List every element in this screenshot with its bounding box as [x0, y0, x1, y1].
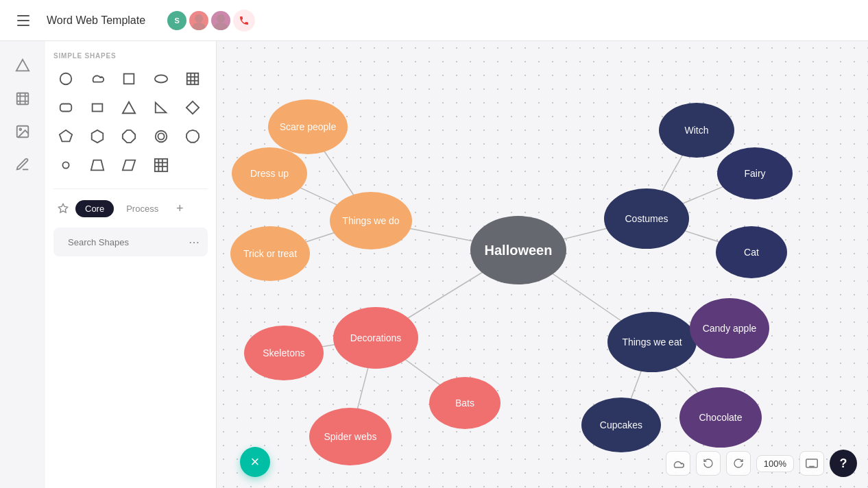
node-witch[interactable]: Witch [659, 103, 734, 158]
shape-grid[interactable] [149, 153, 173, 178]
menu-button[interactable] [11, 8, 36, 33]
call-button[interactable] [233, 10, 255, 32]
node-decorations[interactable]: Decorations [333, 307, 418, 369]
node-chocolate[interactable]: Chocolate [679, 387, 762, 448]
svg-point-29 [158, 133, 164, 139]
node-bats[interactable]: Bats [429, 377, 501, 429]
panel-section-label: SIMPLE SHAPES [53, 52, 208, 60]
fab-button[interactable]: × [240, 447, 270, 477]
avatar-1[interactable] [189, 11, 208, 30]
shape-octagon[interactable] [117, 124, 141, 149]
search-input[interactable] [68, 237, 183, 247]
node-things-we-do[interactable]: Things we do [330, 192, 412, 249]
svg-marker-30 [186, 130, 199, 143]
svg-rect-20 [60, 104, 72, 112]
shape-ellipse[interactable] [149, 66, 173, 91]
svg-rect-34 [154, 159, 167, 171]
node-spider[interactable]: Spider webs [309, 408, 391, 465]
svg-point-1 [192, 23, 206, 30]
cloud-sync-button[interactable] [666, 451, 690, 476]
shape-decagon[interactable] [180, 124, 205, 149]
zoom-level[interactable]: 100% [756, 455, 794, 472]
node-scare[interactable]: Scare people [268, 99, 348, 154]
header: Word Web Template S [0, 0, 868, 41]
node-trick[interactable]: Trick or treat [230, 226, 310, 281]
sidebar-icon-draw[interactable] [9, 151, 36, 178]
svg-marker-24 [186, 101, 199, 114]
svg-point-28 [155, 131, 167, 143]
node-costumes[interactable]: Costumes [604, 188, 689, 249]
svg-marker-26 [92, 130, 104, 143]
undo-button[interactable] [696, 451, 721, 476]
shape-diamond[interactable] [180, 95, 205, 120]
shapes-grid [53, 66, 208, 178]
svg-marker-33 [123, 160, 135, 171]
tab-core[interactable]: Core [75, 200, 114, 217]
svg-point-11 [19, 128, 21, 130]
svg-point-2 [217, 14, 225, 23]
help-button[interactable]: ? [830, 450, 857, 477]
tab-icon[interactable] [53, 199, 73, 218]
sidebar-icon-shapes[interactable] [9, 52, 36, 80]
shape-circle[interactable] [53, 66, 78, 91]
svg-point-0 [195, 14, 203, 23]
sidebar-icon-image[interactable] [9, 118, 36, 145]
node-candy[interactable]: Candy apple [690, 298, 769, 358]
svg-marker-22 [123, 102, 135, 114]
tab-process[interactable]: Process [117, 200, 168, 217]
svg-marker-39 [58, 204, 67, 212]
search-bar: ⋯ [53, 228, 208, 256]
shape-tabs: Core Process + [53, 188, 208, 218]
shape-circle-outline[interactable] [149, 124, 173, 149]
shape-cloud[interactable] [85, 66, 110, 91]
left-sidebar [0, 41, 45, 488]
node-dress[interactable]: Dress up [232, 147, 307, 199]
svg-point-3 [214, 23, 228, 30]
svg-rect-21 [93, 104, 103, 112]
tab-add-button[interactable]: + [171, 199, 189, 217]
svg-marker-32 [91, 160, 104, 171]
redo-button[interactable] [726, 451, 751, 476]
svg-rect-5 [17, 93, 29, 105]
svg-rect-15 [187, 73, 199, 85]
shape-small-circle[interactable] [53, 153, 78, 178]
shape-rect-outline[interactable] [85, 95, 110, 120]
bottom-bar: 100% ? [666, 450, 857, 477]
shape-parallelogram[interactable] [117, 153, 141, 178]
search-more-button[interactable]: ⋯ [189, 234, 200, 250]
svg-point-14 [154, 75, 167, 83]
svg-marker-4 [16, 60, 29, 71]
node-cat[interactable]: Cat [716, 226, 787, 278]
shape-rounded-rect[interactable] [53, 95, 78, 120]
canvas: HalloweenThings we doScare peopleDress u… [217, 41, 868, 488]
svg-marker-23 [155, 103, 166, 113]
collaborators: S [167, 10, 255, 32]
shape-pentagon[interactable] [53, 124, 78, 149]
shape-square[interactable] [117, 66, 141, 91]
svg-point-12 [60, 73, 72, 85]
shape-hexagon[interactable] [85, 124, 110, 149]
node-skeletons[interactable]: Skeletons [244, 326, 324, 380]
node-things-we-eat[interactable]: Things we eat [607, 312, 697, 372]
avatar-2[interactable] [211, 11, 230, 30]
avatar-s[interactable]: S [167, 11, 186, 30]
svg-rect-13 [124, 74, 134, 84]
svg-marker-27 [123, 130, 135, 143]
page-title: Word Web Template [47, 14, 145, 27]
node-halloween[interactable]: Halloween [470, 216, 566, 284]
svg-marker-25 [60, 130, 72, 142]
shape-triangle[interactable] [117, 95, 141, 120]
sidebar-icon-frame[interactable] [9, 85, 36, 112]
node-fairy[interactable]: Fairy [717, 147, 793, 199]
shape-trapezoid[interactable] [85, 153, 110, 178]
node-cupcakes[interactable]: Cupcakes [581, 398, 661, 452]
keyboard-button[interactable] [799, 451, 824, 476]
shape-right-triangle[interactable] [149, 95, 173, 120]
svg-point-31 [62, 162, 69, 168]
shape-table[interactable] [180, 66, 205, 91]
shapes-panel: SIMPLE SHAPES Core Process + [45, 41, 217, 488]
